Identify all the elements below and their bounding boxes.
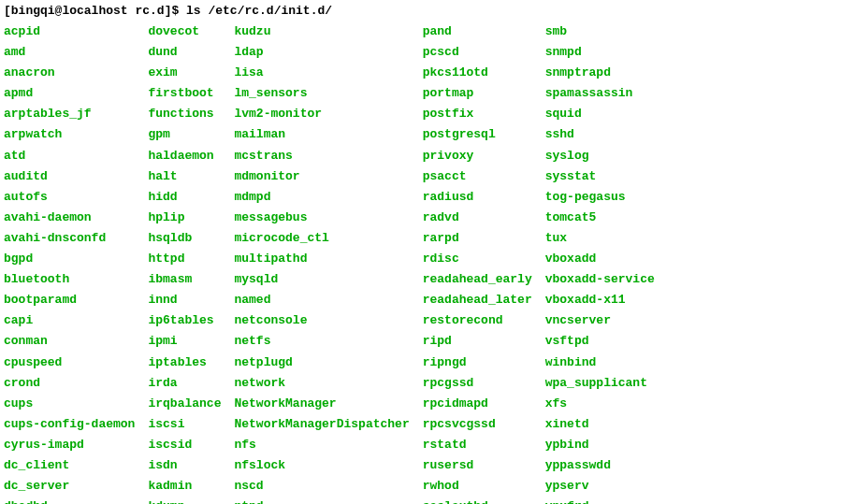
ls-entry: ldap (234, 42, 409, 63)
ls-entry: kudzu (234, 22, 409, 42)
ls-entry: readahead_later (423, 290, 532, 310)
ls-entry: vboxadd (545, 249, 655, 269)
ls-entry: gpm (148, 124, 221, 145)
ls-entry: wpa_supplicant (545, 373, 655, 394)
ls-entry: postfix (423, 104, 532, 124)
ls-entry: rarpd (423, 228, 532, 249)
ls-entry: cpuspeed (4, 353, 135, 373)
ls-entry: hplip (148, 208, 221, 228)
ls-entry: lm_sensors (234, 83, 409, 104)
ls-entry: mysqld (234, 269, 409, 290)
ls-entry: postgresql (423, 124, 532, 145)
ls-entry: pand (423, 22, 532, 42)
ls-entry: dc_server (4, 476, 135, 497)
ls-entry: bluetooth (4, 269, 135, 290)
ls-entry: saslauthd (423, 497, 532, 504)
ls-column-4: smbsnmpdsnmptrapdspamassassinsquidsshdsy… (545, 22, 655, 504)
ls-entry: vboxadd-x11 (545, 290, 655, 310)
ls-entry: mdmpd (234, 187, 409, 208)
ls-entry: network (234, 373, 409, 394)
ls-entry: ypxfrd (545, 497, 655, 504)
ls-entry: iptables (148, 353, 221, 373)
ls-entry: apmd (4, 83, 135, 104)
ls-entry: tomcat5 (545, 208, 655, 228)
ls-entry: tog-pegasus (545, 187, 655, 208)
ls-entry: psacct (423, 166, 532, 187)
ls-entry: innd (148, 290, 221, 310)
ls-entry: exim (148, 63, 221, 83)
ls-entry: pcscd (423, 42, 532, 63)
ls-entry: autofs (4, 187, 135, 208)
ls-entry: tux (545, 228, 655, 249)
ls-column-3: pandpcscdpkcs11otdportmappostfixpostgres… (423, 22, 532, 504)
ls-entry: cups (4, 394, 135, 414)
ls-entry: bgpd (4, 249, 135, 269)
ls-entry: dc_client (4, 455, 135, 476)
prompt-user-host: [bingqi@localhost rc.d]$ (4, 4, 179, 18)
ls-column-1: dovecotdundeximfirstbootfunctionsgpmhald… (148, 22, 221, 504)
ls-entry: sshd (545, 124, 655, 145)
ls-entry: amd (4, 42, 135, 63)
ls-entry: vsftpd (545, 331, 655, 352)
ls-entry: microcode_ctl (234, 228, 409, 249)
ls-entry: dhcdbd (4, 497, 135, 504)
ls-entry: ypserv (545, 476, 655, 497)
ls-entry: pkcs11otd (423, 63, 532, 83)
ls-entry: hidd (148, 187, 221, 208)
ls-entry: dund (148, 42, 221, 63)
prompt-command: ls /etc/rc.d/init.d/ (186, 4, 332, 18)
ls-entry: firstboot (148, 83, 221, 104)
ls-entry: conman (4, 331, 135, 352)
ls-entry: NetworkManager (234, 394, 409, 414)
ls-entry: mcstrans (234, 146, 409, 166)
ls-entry: ripd (423, 331, 532, 352)
ls-entry: ypbind (545, 435, 655, 455)
ls-entry: ibmasm (148, 269, 221, 290)
ls-entry: ipmi (148, 331, 221, 352)
ls-entry: rusersd (423, 455, 532, 476)
shell-prompt-line: [bingqi@localhost rc.d]$ ls /etc/rc.d/in… (4, 4, 851, 18)
ls-entry: yppasswdd (545, 455, 655, 476)
ls-entry: lisa (234, 63, 409, 83)
ls-entry: functions (148, 104, 221, 124)
ls-entry: cups-config-daemon (4, 414, 135, 435)
ls-entry: xinetd (545, 414, 655, 435)
ls-entry: nscd (234, 476, 409, 497)
ls-entry: radiusd (423, 187, 532, 208)
ls-entry: mailman (234, 124, 409, 145)
ls-entry: NetworkManagerDispatcher (234, 414, 409, 435)
ls-entry: netconsole (234, 310, 409, 331)
ls-entry: iscsid (148, 435, 221, 455)
ls-entry: netfs (234, 331, 409, 352)
ls-entry: smb (545, 22, 655, 42)
ls-entry: rpcidmapd (423, 394, 532, 414)
ls-entry: rpcgssd (423, 373, 532, 394)
ls-entry: ripngd (423, 353, 532, 373)
ls-entry: restorecond (423, 310, 532, 331)
ls-entry: kadmin (148, 476, 221, 497)
ls-entry: rwhod (423, 476, 532, 497)
ls-entry: avahi-daemon (4, 208, 135, 228)
ls-entry: dovecot (148, 22, 221, 42)
ls-entry: haldaemon (148, 146, 221, 166)
ls-column-0: acpidamdanacronapmdarptables_jfarpwatcha… (4, 22, 135, 504)
ls-entry: mdmonitor (234, 166, 409, 187)
ls-entry: acpid (4, 22, 135, 42)
ls-entry: anacron (4, 63, 135, 83)
ls-entry: arptables_jf (4, 104, 135, 124)
ls-column-2: kudzuldaplisalm_sensorslvm2-monitormailm… (234, 22, 409, 504)
ls-entry: ntpd (234, 497, 409, 504)
ls-entry: snmpd (545, 42, 655, 63)
ls-entry: irqbalance (148, 394, 221, 414)
ls-entry: bootparamd (4, 290, 135, 310)
ls-output-listing: acpidamdanacronapmdarptables_jfarpwatcha… (4, 22, 851, 504)
ls-entry: crond (4, 373, 135, 394)
ls-entry: multipathd (234, 249, 409, 269)
ls-entry: kdump (148, 497, 221, 504)
ls-entry: lvm2-monitor (234, 104, 409, 124)
ls-entry: rdisc (423, 249, 532, 269)
ls-entry: rpcsvcgssd (423, 414, 532, 435)
ls-entry: syslog (545, 146, 655, 166)
ls-entry: nfslock (234, 455, 409, 476)
ls-entry: ip6tables (148, 310, 221, 331)
